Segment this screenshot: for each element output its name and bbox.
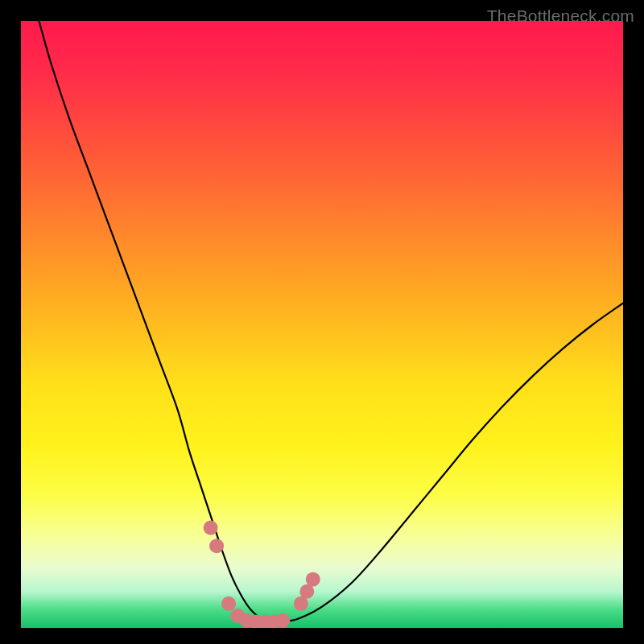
curve-marker xyxy=(266,614,281,628)
curve-marker xyxy=(294,597,308,611)
chart-svg xyxy=(21,21,623,628)
curve-marker xyxy=(258,614,272,628)
curve-marker xyxy=(299,584,314,599)
bottleneck-curve xyxy=(39,21,623,622)
curve-marker xyxy=(240,613,254,628)
watermark-text: TheBottleneck.com xyxy=(487,6,634,26)
curve-marker xyxy=(204,521,218,535)
chart-frame: TheBottleneck.com xyxy=(0,0,644,644)
chart-plot-area xyxy=(21,21,623,628)
curve-marker xyxy=(209,539,224,553)
curve-markers xyxy=(204,521,320,628)
curve-marker xyxy=(275,613,290,628)
curve-marker xyxy=(249,614,263,628)
curve-marker xyxy=(230,609,245,623)
curve-marker xyxy=(306,572,320,587)
curve-marker xyxy=(221,597,236,611)
